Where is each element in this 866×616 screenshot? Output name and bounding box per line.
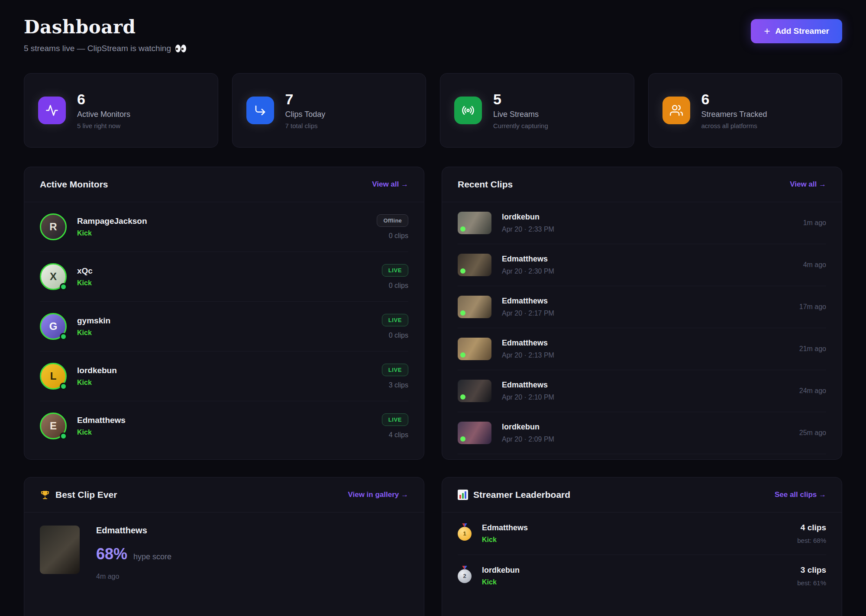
platform-label: Kick (77, 379, 382, 387)
monitor-row[interactable]: X xQc Kick LIVE 0 clips (40, 252, 408, 302)
clip-age: 4m ago (803, 261, 826, 269)
active-monitors-header: Active Monitors View all → (24, 167, 424, 202)
page-header: Dashboard 5 streams live — ClipStream is… (24, 16, 842, 53)
clip-row[interactable]: Edmatthews Apr 20 · 2:10 PM 24m ago (458, 370, 826, 412)
leaderboard-streamer-name: lordkebun (482, 566, 797, 575)
clip-thumbnail[interactable] (458, 422, 491, 444)
streamer-avatar: E (40, 413, 67, 439)
leaderboard-streamer-info: Edmatthews Kick (482, 523, 797, 544)
stat-sub: 7 total clips (285, 122, 326, 129)
avatar-image: R (40, 213, 67, 240)
monitor-row[interactable]: R RampageJackson Kick Offline 0 clips (40, 202, 408, 252)
clip-row[interactable]: lordkebun Apr 20 · 2:09 PM 25m ago (458, 412, 826, 454)
clip-timestamp: Apr 20 · 2:17 PM (502, 310, 799, 317)
live-dot (460, 310, 465, 316)
leaderboard-list: 1 Edmatthews Kick 4 clips best: 68% 2 lo… (442, 513, 842, 597)
clip-thumbnail[interactable] (458, 254, 491, 276)
hype-score-value: 68% (96, 545, 127, 563)
see-all-clips-link[interactable]: See all clips → (775, 490, 826, 499)
monitor-info: xQc Kick (77, 266, 382, 287)
clip-age: 21m ago (799, 345, 826, 353)
monitor-status-block: Offline 0 clips (377, 214, 408, 240)
monitor-row[interactable]: E Edmatthews Kick LIVE 4 clips (40, 401, 408, 451)
live-dot (460, 226, 465, 232)
best-clip-streamer: Edmatthews (96, 526, 171, 535)
leaderboard-row[interactable]: 2 lordkebun Kick 3 clips best: 61% (458, 555, 826, 597)
platform-label: Kick (482, 536, 797, 544)
view-all-clips-link[interactable]: View all → (790, 180, 826, 189)
add-streamer-label: Add Streamer (775, 26, 829, 36)
clip-info: Edmatthews Apr 20 · 2:10 PM (502, 381, 799, 401)
monitor-row[interactable]: L lordkebun Kick LIVE 3 clips (40, 352, 408, 401)
header-text-block: Dashboard 5 streams live — ClipStream is… (24, 16, 187, 53)
monitor-info: gymskin Kick (77, 316, 382, 337)
stat-value: 7 (285, 91, 326, 107)
clip-age: 17m ago (799, 303, 826, 311)
leaderboard-clip-count: 4 clips (801, 523, 826, 532)
clip-thumbnail[interactable] (458, 296, 491, 318)
clip-count: 3 clips (389, 381, 408, 389)
stat-text: 6 Streamers Tracked across all platforms (701, 91, 767, 129)
clip-count: 0 clips (389, 332, 408, 339)
best-clip-age: 4m ago (96, 573, 171, 581)
leaderboard-clip-count: 3 clips (801, 565, 826, 575)
stat-value: 6 (701, 91, 767, 107)
stat-card-clips-today: 7 Clips Today 7 total clips (232, 73, 427, 148)
stat-text: 5 Live Streams Currently capturing (493, 91, 548, 129)
trophy-icon (40, 490, 50, 500)
medal-icon: 1 (458, 527, 472, 541)
view-in-gallery-link[interactable]: View in gallery → (348, 490, 408, 499)
clip-thumbnail[interactable] (458, 212, 491, 234)
clip-streamer-name: Edmatthews (502, 255, 803, 264)
monitor-row[interactable]: G gymskin Kick LIVE 0 clips (40, 302, 408, 352)
clip-row[interactable]: Edmatthews Apr 20 · 2:17 PM 17m ago (458, 286, 826, 328)
clip-streamer-name: Edmatthews (502, 339, 799, 348)
active-monitors-panel: Active Monitors View all → R RampageJack… (24, 167, 424, 460)
stat-card-streamers-tracked: 6 Streamers Tracked across all platforms (648, 73, 843, 148)
leaderboard-stats: 3 clips best: 61% (797, 565, 826, 587)
hype-score-label: hype score (133, 552, 171, 561)
leaderboard-best-score: best: 61% (797, 579, 826, 587)
monitor-status-block: LIVE 3 clips (382, 364, 408, 389)
best-clip-panel: Best Clip Ever View in gallery → Edmatth… (24, 477, 424, 616)
stat-value: 6 (77, 91, 130, 107)
stats-row: 6 Active Monitors 5 live right now 7 Cli… (24, 73, 842, 148)
clip-thumbnail[interactable] (458, 380, 491, 402)
add-streamer-button[interactable]: + Add Streamer (751, 19, 842, 43)
active-monitors-title: Active Monitors (40, 179, 108, 190)
leaderboard-row[interactable]: 1 Edmatthews Kick 4 clips best: 68% (458, 513, 826, 555)
clip-row[interactable]: Edmatthews Apr 20 · 2:30 PM 4m ago (458, 244, 826, 286)
clip-row[interactable]: lordkebun Apr 20 · 2:33 PM 1m ago (458, 202, 826, 244)
clip-thumbnail[interactable] (458, 338, 491, 360)
eyes-icon (174, 44, 187, 53)
clip-age: 24m ago (799, 387, 826, 395)
stat-text: 6 Active Monitors 5 live right now (77, 91, 130, 129)
platform-label: Kick (77, 229, 377, 237)
streamer-avatar: L (40, 363, 67, 390)
leaderboard-title: Streamer Leaderboard (473, 490, 570, 500)
page-subtitle: 5 streams live — ClipStream is watching (24, 44, 187, 53)
streamer-name: RampageJackson (77, 216, 377, 226)
live-dot (460, 436, 465, 442)
streamer-name: xQc (77, 266, 382, 276)
clip-count: 0 clips (389, 232, 408, 240)
best-clip-body: Edmatthews 68% hype score 4m ago (24, 513, 424, 593)
view-all-monitors-link[interactable]: View all → (372, 180, 408, 189)
status-badge: LIVE (382, 364, 408, 376)
stat-label: Active Monitors (77, 110, 130, 119)
recent-clips-panel: Recent Clips View all → lordkebun Apr 20… (442, 167, 842, 460)
clip-row[interactable]: Edmatthews Apr 20 · 2:13 PM 21m ago (458, 328, 826, 370)
main-panels: Active Monitors View all → R RampageJack… (24, 167, 842, 616)
streamer-avatar: X (40, 263, 67, 290)
best-clip-details: Edmatthews 68% hype score 4m ago (96, 526, 171, 581)
best-clip-thumbnail[interactable] (40, 526, 80, 574)
leaderboard-title-block: Streamer Leaderboard (458, 490, 570, 500)
streamer-avatar: G (40, 313, 67, 340)
clip-count: 4 clips (389, 431, 408, 439)
monitor-status-block: LIVE 0 clips (382, 264, 408, 290)
platform-label: Kick (77, 279, 382, 287)
clip-info: lordkebun Apr 20 · 2:33 PM (502, 213, 803, 233)
bar-chart-icon (458, 490, 468, 500)
status-badge: LIVE (382, 314, 408, 326)
platform-label: Kick (482, 578, 797, 586)
